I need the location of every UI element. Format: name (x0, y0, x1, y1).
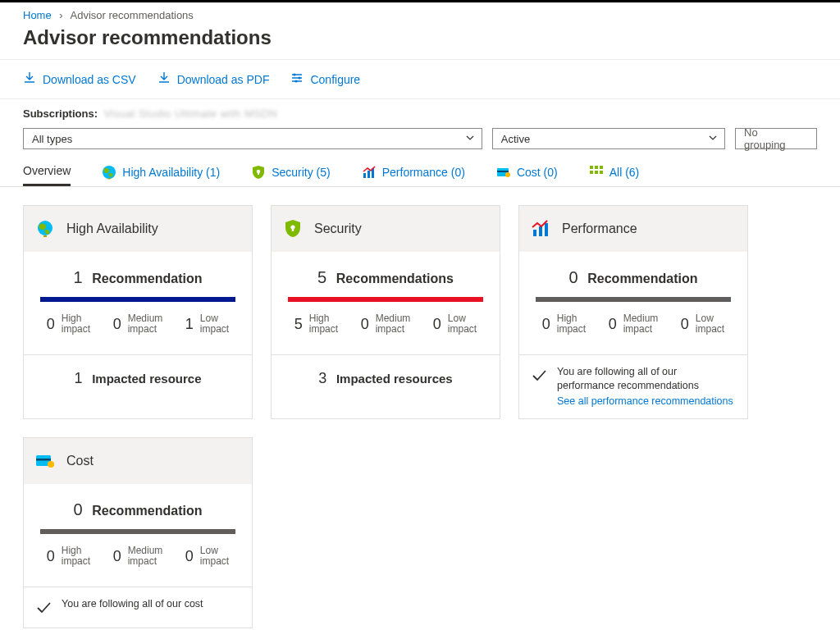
high-impact-count: 0 (542, 316, 550, 333)
download-icon (23, 71, 36, 87)
page-title: Advisor recommendations (0, 25, 840, 60)
breadcrumb-separator: › (59, 9, 62, 21)
rec-count-word: Recommendation (92, 504, 202, 518)
breadcrumb: Home › Advisor recommendations (0, 2, 840, 25)
tab-cost[interactable]: Cost (0) (496, 164, 558, 186)
recommendation-count: 0 Recommendation (24, 484, 252, 524)
tab-ha-label: High Availability (1) (122, 166, 220, 179)
globe-icon (102, 165, 116, 180)
medium-impact-count: 0 (609, 316, 617, 333)
rec-count-number: 5 (317, 268, 326, 286)
low-impact: 0Lowimpact (681, 313, 724, 335)
svg-rect-17 (595, 171, 598, 174)
download-csv-button[interactable]: Download as CSV (23, 71, 136, 87)
chart-icon (531, 219, 550, 239)
medium-impact-count: 0 (113, 548, 121, 565)
high-impact-label: Highimpact (62, 546, 90, 567)
impact-breakdown: 0Highimpact 0Mediumimpact 1Lowimpact (24, 313, 252, 340)
high-impact: 0Highimpact (47, 546, 90, 567)
status-dropdown[interactable]: Active (492, 128, 725, 149)
types-dropdown-value: All types (32, 133, 72, 145)
chevron-down-icon (708, 133, 718, 145)
checkmark-icon (35, 599, 52, 618)
tab-overview[interactable]: Overview (23, 164, 71, 186)
low-impact-count: 1 (185, 316, 194, 333)
svg-rect-15 (600, 166, 603, 169)
download-icon (158, 71, 171, 87)
card-performance: Performance 0 Recommendation 0Highimpact… (518, 205, 748, 419)
low-impact-label: Lowimpact (448, 313, 477, 335)
rec-count-number: 0 (74, 500, 83, 518)
medium-impact-label: Mediumimpact (128, 546, 163, 567)
medium-impact-label: Mediumimpact (376, 313, 411, 335)
svg-rect-16 (590, 171, 593, 174)
card-cost: Cost 0 Recommendation 0Highimpact 0Mediu… (23, 437, 253, 628)
svg-rect-11 (497, 171, 509, 172)
breadcrumb-home-link[interactable]: Home (23, 9, 52, 21)
following-message: You are following all of our performance… (519, 354, 747, 418)
tab-high-availability[interactable]: High Availability (1) (102, 164, 220, 186)
status-dropdown-value: Active (501, 133, 530, 145)
tab-performance[interactable]: Performance (0) (362, 164, 465, 186)
rec-count-number: 0 (569, 268, 578, 286)
severity-bar (40, 297, 235, 302)
low-impact-label: Lowimpact (696, 313, 724, 335)
low-impact-count: 0 (681, 316, 689, 333)
svg-rect-18 (600, 171, 603, 174)
low-impact-count: 0 (185, 548, 194, 565)
svg-point-0 (294, 73, 296, 75)
tabs-bar: Overview High Availability (1) Security … (0, 158, 840, 187)
configure-button[interactable]: Configure (290, 71, 360, 87)
subscriptions-label: Subscriptions: (23, 107, 98, 120)
tab-security-label: Security (5) (272, 166, 331, 179)
medium-impact: 0Mediumimpact (361, 313, 411, 335)
tab-all[interactable]: All (6) (589, 164, 640, 186)
cards-grid: High Availability 1 Recommendation 0High… (0, 187, 840, 630)
impacted-word: Impacted resource (92, 372, 201, 386)
breadcrumb-current: Advisor recommendations (71, 9, 194, 21)
severity-bar (40, 529, 235, 534)
download-pdf-button[interactable]: Download as PDF (158, 71, 270, 87)
globe-icon (35, 219, 55, 239)
toolbar: Download as CSV Download as PDF Configur… (0, 60, 840, 99)
low-impact-count: 0 (433, 316, 441, 333)
svg-rect-14 (595, 166, 598, 169)
svg-point-12 (505, 172, 510, 177)
configure-label: Configure (310, 73, 360, 86)
svg-rect-27 (36, 459, 51, 461)
high-impact-label: Highimpact (557, 313, 586, 335)
rec-count-number: 1 (74, 268, 83, 286)
tab-overview-label: Overview (23, 164, 71, 177)
tab-performance-label: Performance (0) (382, 166, 465, 179)
svg-rect-25 (545, 223, 548, 236)
svg-rect-13 (590, 166, 593, 169)
low-impact-label: Lowimpact (200, 313, 229, 335)
card-title: Performance (562, 221, 637, 236)
tab-all-label: All (6) (609, 166, 640, 179)
svg-rect-8 (368, 171, 370, 178)
impact-breakdown: 0Highimpact 0Mediumimpact 0Lowimpact (24, 546, 252, 572)
medium-impact: 0Mediumimpact (609, 313, 659, 335)
card-high-availability: High Availability 1 Recommendation 0High… (23, 205, 253, 419)
see-all-performance-link[interactable]: See all performance recommendations (557, 395, 736, 409)
card-security: Security 5 Recommendations 5Highimpact 0… (271, 205, 500, 419)
subscriptions-value: Visual Studio Ultimate with MSDN (104, 107, 278, 120)
types-dropdown[interactable]: All types (23, 128, 482, 149)
tab-cost-label: Cost (0) (517, 166, 558, 179)
cost-icon (496, 165, 511, 180)
svg-rect-6 (258, 172, 259, 175)
tab-security[interactable]: Security (5) (251, 164, 331, 186)
svg-point-3 (103, 166, 116, 179)
card-title: Security (314, 221, 362, 236)
impacted-count: 1 (74, 370, 82, 386)
card-title: High Availability (66, 221, 158, 236)
high-impact: 0Highimpact (542, 313, 586, 335)
chevron-down-icon (465, 133, 475, 145)
high-impact-count: 0 (47, 316, 55, 333)
svg-rect-4 (108, 178, 111, 180)
svg-rect-24 (539, 226, 542, 236)
card-title: Cost (66, 454, 94, 468)
medium-impact: 0Mediumimpact (113, 546, 163, 567)
grouping-dropdown[interactable]: No grouping (735, 128, 817, 149)
impacted-word: Impacted resources (336, 372, 453, 386)
